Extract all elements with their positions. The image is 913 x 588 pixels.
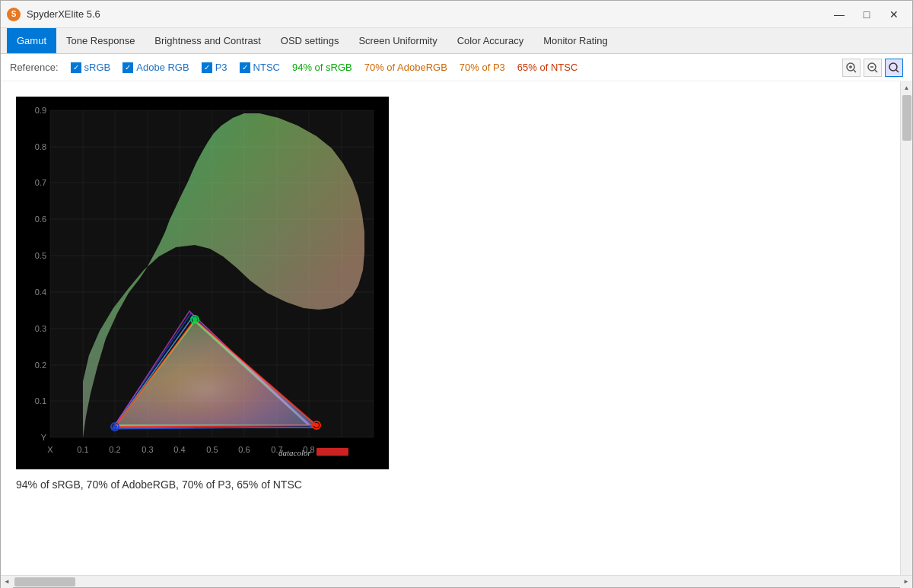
pct-p3-label: 70% of P3 — [460, 62, 505, 73]
srgb-label: sRGB — [84, 62, 111, 73]
main-window: S SpyderXElite 5.6 — □ ✕ Gamut Tone Resp… — [0, 0, 913, 588]
scroll-up-arrow[interactable]: ▲ — [901, 81, 913, 94]
ref-ntsc-item: NTSC — [240, 62, 280, 73]
svg-text:0.2: 0.2 — [35, 361, 46, 370]
adobe-label: Adobe RGB — [136, 62, 189, 73]
app-title: SpyderXElite 5.6 — [27, 8, 100, 20]
minimize-button[interactable]: — — [827, 5, 851, 24]
svg-point-59 — [314, 423, 319, 427]
tab-osd-settings[interactable]: OSD settings — [271, 28, 349, 53]
scroll-right-arrow[interactable]: ► — [900, 576, 912, 588]
svg-text:0.1: 0.1 — [35, 396, 46, 405]
svg-line-8 — [896, 70, 899, 72]
svg-text:0.4: 0.4 — [35, 288, 46, 297]
scrollbar-vertical[interactable]: ▲ — [900, 81, 912, 575]
tab-gamut[interactable]: Gamut — [7, 28, 56, 53]
srgb-checkbox[interactable] — [71, 62, 81, 73]
zoom-in-button[interactable] — [842, 59, 861, 77]
window-controls: — □ ✕ — [827, 5, 906, 24]
datacolor-text: datacolor — [278, 448, 311, 457]
svg-text:0.7: 0.7 — [35, 178, 46, 187]
svg-text:0.1: 0.1 — [77, 445, 88, 454]
scrollbar-thumb-h[interactable] — [14, 577, 75, 586]
reference-label: Reference: — [10, 62, 59, 73]
zoom-in-icon — [846, 62, 857, 73]
svg-line-3 — [854, 70, 856, 72]
svg-point-7 — [889, 63, 897, 71]
zoom-controls — [842, 59, 903, 77]
zoom-out-icon — [867, 62, 878, 73]
gamut-chart: 0.9 0.8 0.7 0.6 0.5 0.4 0.3 0.2 0.1 Y X — [16, 97, 389, 469]
ref-srgb-item: sRGB — [71, 62, 111, 73]
scroll-left-arrow[interactable]: ◄ — [1, 576, 13, 588]
pct-adobe-label: 70% of AdobeRGB — [364, 62, 447, 73]
svg-line-6 — [875, 70, 877, 72]
pct-srgb-label: 94% of sRGB — [292, 62, 352, 73]
tab-brightness-contrast[interactable]: Brightness and Contrast — [145, 28, 270, 53]
adobe-checkbox[interactable] — [122, 62, 133, 73]
datacolor-bar — [317, 448, 348, 456]
scrollbar-thumb-v[interactable] — [902, 95, 911, 141]
tab-screen-uniformity[interactable]: Screen Uniformity — [348, 28, 447, 53]
zoom-fit-button[interactable] — [885, 59, 903, 77]
svg-text:X: X — [47, 445, 53, 454]
svg-text:0.9: 0.9 — [35, 106, 46, 115]
titlebar: S SpyderXElite 5.6 — □ ✕ — [1, 1, 912, 28]
pct-ntsc-label: 65% of NTSC — [517, 62, 577, 73]
svg-text:0.3: 0.3 — [35, 324, 46, 333]
ntsc-checkbox[interactable] — [240, 62, 250, 73]
svg-text:Y: Y — [41, 433, 47, 442]
main-content: 0.9 0.8 0.7 0.6 0.5 0.4 0.3 0.2 0.1 Y X — [1, 81, 912, 575]
close-button[interactable]: ✕ — [882, 5, 906, 24]
tab-tone-response[interactable]: Tone Response — [56, 28, 145, 53]
content-area[interactable]: 0.9 0.8 0.7 0.6 0.5 0.4 0.3 0.2 0.1 Y X — [1, 81, 900, 575]
reference-bar: Reference: sRGB Adobe RGB P3 NTSC 94% of… — [1, 54, 912, 81]
titlebar-left: S SpyderXElite 5.6 — [7, 8, 100, 21]
maximize-button[interactable]: □ — [854, 5, 879, 24]
tab-monitor-rating[interactable]: Monitor Rating — [533, 28, 618, 53]
chart-caption: 94% of sRGB, 70% of AdobeRGB, 70% of P3,… — [16, 478, 389, 491]
svg-point-58 — [192, 317, 197, 322]
svg-text:0.5: 0.5 — [35, 251, 46, 260]
ref-adobe-item: Adobe RGB — [122, 62, 189, 73]
svg-text:0.2: 0.2 — [109, 445, 120, 454]
ntsc-label: NTSC — [253, 62, 280, 73]
tabs-bar: Gamut Tone Response Brightness and Contr… — [1, 28, 912, 54]
scrollbar-horizontal[interactable]: ◄ ► — [1, 575, 912, 587]
ref-p3-item: P3 — [202, 62, 227, 73]
svg-text:0.3: 0.3 — [142, 445, 153, 454]
svg-text:0.6: 0.6 — [35, 215, 46, 224]
svg-text:0.4: 0.4 — [173, 445, 185, 454]
tab-color-accuracy[interactable]: Color Accuracy — [447, 28, 533, 53]
chart-container: 0.9 0.8 0.7 0.6 0.5 0.4 0.3 0.2 0.1 Y X — [16, 97, 389, 491]
svg-text:0.5: 0.5 — [206, 445, 218, 454]
p3-checkbox[interactable] — [202, 62, 212, 73]
app-icon: S — [7, 8, 21, 21]
p3-label: P3 — [215, 62, 227, 73]
svg-text:0.8: 0.8 — [35, 142, 46, 151]
zoom-out-button[interactable] — [864, 59, 882, 77]
svg-text:0.6: 0.6 — [238, 445, 250, 454]
zoom-fit-icon — [889, 62, 899, 73]
svg-point-60 — [113, 424, 117, 429]
